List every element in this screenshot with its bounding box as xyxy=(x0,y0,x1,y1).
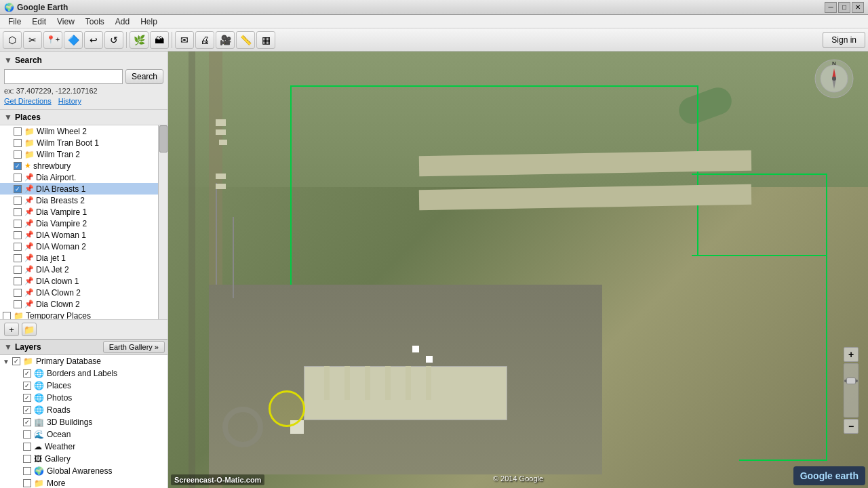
green-border-seg xyxy=(826,174,827,255)
layer-item-6[interactable]: 🏢 3D Buildings xyxy=(0,416,167,428)
add-folder-button[interactable]: 📁 xyxy=(22,323,37,336)
folder-icon-2: 📁 xyxy=(24,138,35,148)
zoom-out-button[interactable]: − xyxy=(844,419,859,434)
places-item-2[interactable]: 📁Wilm Tran Boot 1 xyxy=(0,137,167,148)
pin-icon-6: 📌 xyxy=(24,184,34,193)
search-button[interactable]: Search xyxy=(125,69,163,84)
checkbox-7[interactable] xyxy=(14,197,22,205)
layer-item-11[interactable]: 📁 More xyxy=(0,477,167,488)
checkbox-2[interactable] xyxy=(14,139,22,147)
record-button[interactable]: 🎥 xyxy=(216,31,235,49)
switch-to-sky-button[interactable]: 🏔 xyxy=(150,31,169,49)
checkbox-17[interactable] xyxy=(3,312,11,320)
checkbox-3[interactable] xyxy=(14,150,22,159)
polygon-button[interactable]: 🔷 xyxy=(64,31,83,49)
zoom-slider-thumb[interactable] xyxy=(846,378,856,384)
search-input[interactable] xyxy=(4,69,123,84)
ruler-button[interactable]: 📏 xyxy=(236,31,255,49)
maps-button[interactable]: ▦ xyxy=(256,31,275,49)
places-item-17[interactable]: 📁Temporary Places xyxy=(0,310,167,319)
checkbox-4[interactable] xyxy=(14,162,22,170)
layer-checkbox-1[interactable] xyxy=(12,357,20,365)
zoom-slider[interactable] xyxy=(844,363,859,418)
checkbox-9[interactable] xyxy=(14,220,22,228)
maximize-button[interactable]: □ xyxy=(838,2,850,13)
menu-help[interactable]: Help xyxy=(135,16,163,28)
checkbox-11[interactable] xyxy=(14,243,22,251)
places-item-15[interactable]: 📌DIA Clown 2 xyxy=(0,287,167,298)
show-sunlight-button[interactable]: 🌿 xyxy=(130,31,149,49)
places-item-14[interactable]: 📌DIA clown 1 xyxy=(0,275,167,287)
places-item-11[interactable]: 📌DIA Woman 2 xyxy=(0,241,167,252)
layer-item-1[interactable]: ▼ 📁 Primary Database xyxy=(0,355,167,367)
layer-checkbox-10[interactable] xyxy=(23,467,31,475)
layer-item-10[interactable]: 🌍 Global Awareness xyxy=(0,465,167,477)
signin-button[interactable]: Sign in xyxy=(823,32,865,48)
checkbox-13[interactable] xyxy=(14,266,22,274)
places-item-13[interactable]: 📌DIA Jet 2 xyxy=(0,264,167,275)
menu-edit[interactable]: Edit xyxy=(26,16,52,28)
layer-item-7[interactable]: 🌊 Ocean xyxy=(0,428,167,441)
checkbox-1[interactable] xyxy=(14,127,22,136)
layer-checkbox-4[interactable] xyxy=(23,394,31,402)
layer-item-8[interactable]: ☁ Weather xyxy=(0,441,167,453)
print-button[interactable]: 🖨 xyxy=(195,31,214,49)
places-item-8[interactable]: 📌Dia Vampire 1 xyxy=(0,206,167,218)
add-placemark-button[interactable]: + xyxy=(4,323,19,336)
layer-checkbox-7[interactable] xyxy=(23,430,31,439)
layer-item-2[interactable]: 🌐 Borders and Labels xyxy=(0,367,167,380)
place-label-3: Wilm Tran 2 xyxy=(37,150,80,159)
zoom-in-button[interactable]: + xyxy=(844,347,859,362)
places-item-1[interactable]: 📁Wilm Wheel 2 xyxy=(0,125,167,137)
places-item-16[interactable]: 📌Dia Clown 2 xyxy=(0,298,167,310)
map-area[interactable]: N © 2014 Google Google earth Screencast-… xyxy=(168,52,868,488)
places-item-9[interactable]: 📌Dia Vampire 2 xyxy=(0,218,167,229)
checkbox-16[interactable] xyxy=(14,300,22,308)
menu-file[interactable]: File xyxy=(3,16,26,28)
places-item-7[interactable]: 📌Dia Breasts 2 xyxy=(0,195,167,206)
menu-view[interactable]: View xyxy=(52,16,80,28)
menu-add[interactable]: Add xyxy=(110,16,135,28)
image-overlay-button[interactable]: ↺ xyxy=(104,31,123,49)
checkbox-8[interactable] xyxy=(14,208,22,216)
nav-compass[interactable]: N xyxy=(814,58,854,99)
earth-gallery-button[interactable]: Earth Gallery » xyxy=(103,341,165,353)
layer-item-4[interactable]: 🌐 Photos xyxy=(0,392,167,404)
layer-checkbox-9[interactable] xyxy=(23,455,31,463)
layer-checkbox-11[interactable] xyxy=(23,479,31,487)
layer-checkbox-8[interactable] xyxy=(23,443,31,451)
layer-label-2: Borders and Labels xyxy=(47,369,117,378)
poi-button[interactable]: ✂ xyxy=(23,31,42,49)
layer-item-9[interactable]: 🖼 Gallery xyxy=(0,453,167,465)
checkbox-12[interactable] xyxy=(14,254,22,262)
checkbox-5[interactable] xyxy=(14,174,22,182)
checkbox-10[interactable] xyxy=(14,231,22,239)
places-item-6[interactable]: 📌DIA Breasts 1 xyxy=(0,183,167,195)
layer-checkbox-5[interactable] xyxy=(23,406,31,414)
checkbox-6[interactable] xyxy=(14,185,22,193)
places-item-12[interactable]: 📌Dia jet 1 xyxy=(0,252,167,264)
nav-button[interactable]: ⬡ xyxy=(3,31,22,49)
checkbox-14[interactable] xyxy=(14,277,22,285)
places-item-3[interactable]: 📁Wilm Tran 2 xyxy=(0,148,167,160)
layer-item-5[interactable]: 🌐 Roads xyxy=(0,404,167,416)
layers-header-row: ▼ Layers Earth Gallery » xyxy=(0,340,167,355)
places-item-4[interactable]: ★shrewbury xyxy=(0,160,167,171)
layer-checkbox-6[interactable] xyxy=(23,418,31,426)
minimize-button[interactable]: ─ xyxy=(825,2,837,13)
layer-item-3[interactable]: 🌐 Places xyxy=(0,380,167,392)
email-button[interactable]: ✉ xyxy=(175,31,194,49)
places-item-5[interactable]: 📌Dia Airport. xyxy=(0,171,167,183)
history-link[interactable]: History xyxy=(58,97,81,105)
places-scrollbar[interactable] xyxy=(158,125,167,319)
layer-checkbox-3[interactable] xyxy=(23,382,31,390)
places-item-10[interactable]: 📌DIA Woman 1 xyxy=(0,229,167,241)
layer-checkbox-2[interactable] xyxy=(23,369,31,378)
get-directions-link[interactable]: Get Directions xyxy=(4,97,52,105)
toolbar-separator-1 xyxy=(126,32,127,48)
close-button[interactable]: ✕ xyxy=(852,2,864,13)
placemark-button[interactable]: 📍+ xyxy=(43,31,62,49)
path-button[interactable]: ↩ xyxy=(84,31,103,49)
menu-tools[interactable]: Tools xyxy=(80,16,110,28)
checkbox-15[interactable] xyxy=(14,289,22,297)
